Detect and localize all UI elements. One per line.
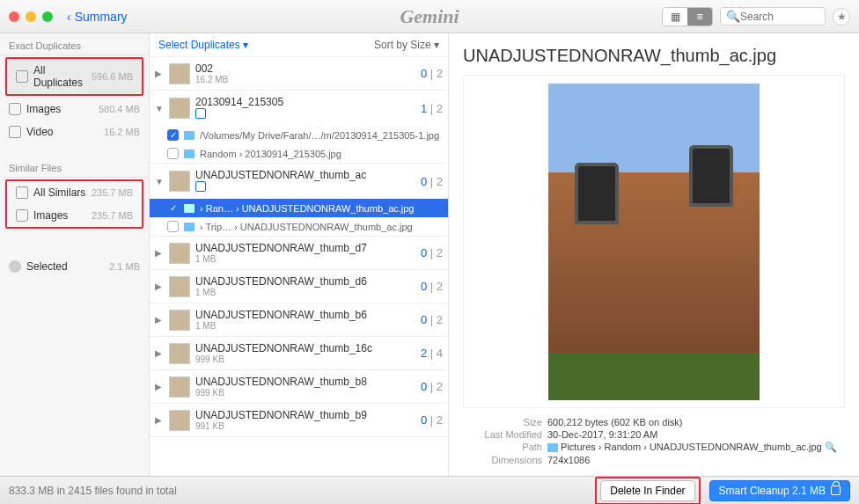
- group-size: 16.2 MB: [195, 75, 415, 84]
- thumbnail-icon: [169, 63, 190, 84]
- tag-icon: [195, 108, 206, 119]
- status-text: 833.3 MB in 2415 files found in total: [9, 485, 177, 497]
- group-title: UNADJUSTEDNONRAW_thumb_b6: [195, 309, 415, 321]
- selection-count: 0 | 2: [421, 380, 443, 393]
- stack-icon: [16, 70, 28, 83]
- chevron-left-icon: ‹: [67, 10, 71, 24]
- checkbox[interactable]: [167, 129, 179, 141]
- group-title: UNADJUSTEDNONRAW_thumb_d7: [195, 242, 415, 254]
- zoom-window-button[interactable]: [42, 11, 53, 22]
- duplicate-group-row[interactable]: ▶ UNADJUSTEDNONRAW_thumb_b9 991 KB 0 | 2: [150, 404, 448, 436]
- folder-icon: [184, 204, 195, 213]
- search-field[interactable]: 🔍: [720, 7, 826, 26]
- thumbnail-icon: [169, 243, 190, 264]
- sidebar-item-selected[interactable]: Selected 2.1 MB: [0, 255, 149, 278]
- selection-count: 0 | 2: [421, 175, 443, 188]
- lock-icon: [831, 486, 841, 495]
- duplicate-group-row[interactable]: ▶ UNADJUSTEDNONRAW_thumb_16c 999 KB 2 | …: [150, 337, 448, 369]
- reveal-icon[interactable]: 🔍: [825, 442, 837, 452]
- duplicate-group-row[interactable]: ▶ UNADJUSTEDNONRAW_thumb_b8 999 KB 0 | 2: [150, 370, 448, 403]
- group-title: 20130914_215305: [195, 96, 415, 108]
- preview-filename: UNADJUSTEDNONRAW_thumb_ac.jpg: [463, 46, 845, 66]
- preview-image-box: [463, 75, 845, 408]
- exact-duplicates-header: Exact Duplicates: [0, 37, 149, 55]
- disclosure-triangle-icon[interactable]: ▶: [155, 281, 164, 291]
- check-circle-icon: [9, 260, 21, 273]
- selection-count: 0 | 2: [421, 413, 443, 427]
- selection-count: 0 | 2: [421, 280, 443, 293]
- footer-bar: 833.3 MB in 2415 files found in total De…: [0, 476, 859, 504]
- minimize-window-button[interactable]: [26, 11, 36, 22]
- selection-count: 0 | 2: [421, 246, 443, 259]
- group-size: 999 KB: [195, 354, 415, 364]
- group-title: UNADJUSTEDNONRAW_thumb_ac: [195, 169, 415, 181]
- checkbox[interactable]: [167, 202, 179, 214]
- checkbox[interactable]: [167, 148, 179, 159]
- select-duplicates-menu[interactable]: Select Duplicates ▾: [158, 39, 248, 51]
- duplicate-file-row[interactable]: › Trip… › UNADJUSTEDNONRAW_thumb_ac.jpg: [150, 217, 448, 236]
- sidebar-item-all-duplicates[interactable]: All Duplicates 596.6 MB: [7, 59, 142, 94]
- search-input[interactable]: [740, 11, 819, 23]
- folder-icon: [184, 223, 195, 231]
- thumbnail-icon: [169, 376, 190, 398]
- duplicate-file-row[interactable]: › Ran… › UNADJUSTEDNONRAW_thumb_ac.jpg: [150, 199, 448, 217]
- group-size: 1 MB: [195, 254, 415, 264]
- file-path: Random › 20130914_215305.jpg: [200, 149, 443, 159]
- thumbnail-icon: [169, 343, 190, 364]
- disclosure-triangle-icon[interactable]: ▶: [155, 382, 164, 391]
- close-window-button[interactable]: [9, 11, 19, 22]
- disclosure-triangle-icon[interactable]: ▶: [155, 248, 164, 258]
- duplicate-group-row[interactable]: ▶ UNADJUSTEDNONRAW_thumb_b6 1 MB 0 | 2: [150, 303, 448, 336]
- file-metadata: Size600,212 bytes (602 KB on disk) Last …: [463, 415, 845, 467]
- disclosure-triangle-icon[interactable]: ▶: [155, 415, 164, 425]
- group-title: 002: [195, 62, 415, 75]
- thumbnail-icon: [169, 410, 190, 431]
- back-label: Summary: [75, 10, 128, 24]
- checkbox[interactable]: [167, 221, 179, 232]
- duplicates-list-pane: Select Duplicates ▾ Sort by Size ▾ ▶ 002…: [150, 33, 449, 476]
- thumbnail-icon: [169, 171, 190, 192]
- duplicate-file-row[interactable]: Random › 20130914_215305.jpg: [150, 144, 448, 163]
- duplicate-group-row[interactable]: ▶ UNADJUSTEDNONRAW_thumb_d6 1 MB 0 | 2: [150, 270, 448, 303]
- duplicate-group-row[interactable]: ▼ UNADJUSTEDNONRAW_thumb_ac 0 | 2: [150, 164, 448, 199]
- thumbnail-icon: [169, 310, 190, 331]
- selection-count: 1 | 2: [421, 102, 443, 115]
- titlebar: ‹ Summary Gemini ▦ ≡ 🔍 ★: [0, 0, 859, 33]
- list-view-icon[interactable]: ≡: [687, 8, 712, 26]
- delete-in-finder-button[interactable]: Delete In Finder: [600, 480, 694, 501]
- sidebar-item-video[interactable]: Video 16.2 MB: [0, 121, 149, 143]
- sort-menu[interactable]: Sort by Size ▾: [374, 39, 439, 51]
- disclosure-triangle-icon[interactable]: ▼: [155, 104, 164, 113]
- grid-view-icon[interactable]: ▦: [663, 8, 687, 26]
- preview-image: [548, 84, 760, 400]
- view-mode-toggle[interactable]: ▦ ≡: [662, 7, 713, 26]
- search-icon: 🔍: [726, 10, 740, 23]
- sidebar-item-all-similars[interactable]: All Similars 235.7 MB: [7, 181, 142, 204]
- disclosure-triangle-icon[interactable]: ▶: [155, 348, 164, 358]
- duplicate-group-row[interactable]: ▶ UNADJUSTEDNONRAW_thumb_d7 1 MB 0 | 2: [150, 237, 448, 269]
- smart-cleanup-button[interactable]: Smart Cleanup 2.1 MB: [709, 480, 850, 501]
- duplicate-group-row[interactable]: ▼ 20130914_215305 1 | 2: [150, 91, 448, 126]
- group-size: 1 MB: [195, 288, 415, 297]
- duplicate-file-row[interactable]: /Volumes/My Drive/Farah/…/m/20130914_215…: [150, 126, 448, 144]
- group-size: 999 KB: [195, 388, 415, 398]
- group-size: 1 MB: [195, 321, 415, 331]
- disclosure-triangle-icon[interactable]: ▶: [155, 315, 164, 325]
- sidebar-item-similar-images[interactable]: Images 235.7 MB: [7, 204, 142, 227]
- duplicate-group-row[interactable]: ▶ 002 16.2 MB 0 | 2: [150, 57, 448, 90]
- disclosure-triangle-icon[interactable]: ▼: [155, 177, 164, 186]
- sidebar-item-images[interactable]: Images 580.4 MB: [0, 98, 149, 121]
- folder-icon: [184, 150, 195, 158]
- folder-icon: [184, 131, 195, 140]
- duplicates-list[interactable]: ▶ 002 16.2 MB 0 | 2▼ 20130914_215305 1 |…: [150, 57, 448, 476]
- group-title: UNADJUSTEDNONRAW_thumb_16c: [195, 342, 415, 354]
- file-path: › Trip… › UNADJUSTEDNONRAW_thumb_ac.jpg: [200, 222, 443, 232]
- disclosure-triangle-icon[interactable]: ▶: [155, 69, 164, 78]
- video-icon: [9, 126, 21, 138]
- group-title: UNADJUSTEDNONRAW_thumb_b8: [195, 376, 415, 388]
- similar-files-header: Similar Files: [0, 159, 149, 178]
- selection-count: 0 | 2: [421, 313, 443, 326]
- favorites-button[interactable]: ★: [833, 8, 850, 26]
- back-summary-button[interactable]: ‹ Summary: [67, 10, 128, 24]
- sidebar: Exact Duplicates All Duplicates 596.6 MB…: [0, 33, 150, 476]
